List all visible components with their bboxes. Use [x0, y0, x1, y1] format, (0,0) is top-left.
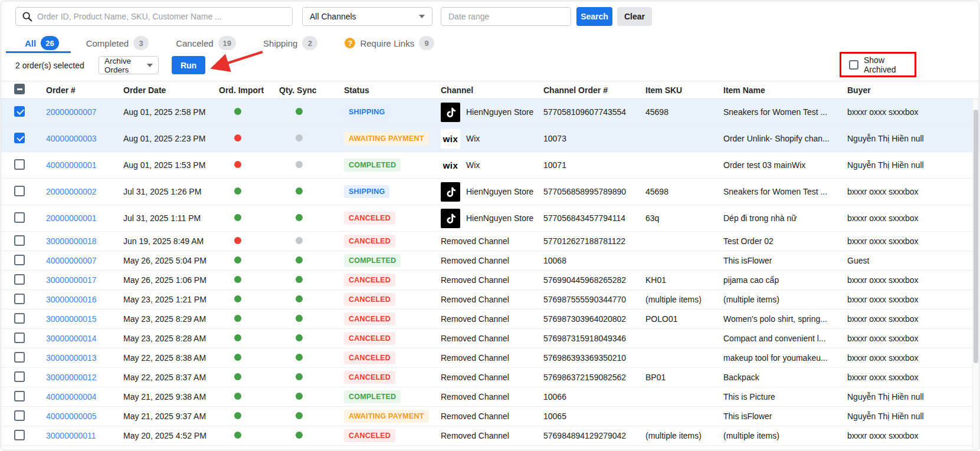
item-name: Dép đi trong nhà nữ	[723, 213, 847, 223]
row-checkbox[interactable]	[14, 371, 25, 382]
order-number-link[interactable]: 30000000017	[46, 275, 97, 285]
order-number-link[interactable]: 30000000016	[46, 295, 97, 304]
table-row[interactable]: 20000000001 Jul 31, 2025 1:11 PM CANCELE…	[1, 205, 979, 232]
order-number-link[interactable]: 30000000015	[46, 314, 97, 324]
order-number-link[interactable]: 30000000013	[46, 353, 97, 363]
order-date: Aug 01, 2025 1:53 PM	[123, 160, 219, 170]
order-date: May 26, 2025 5:04 PM	[123, 256, 219, 265]
order-number-link[interactable]: 20000000007	[46, 107, 97, 117]
qty-sync-dot	[296, 354, 303, 361]
row-checkbox[interactable]	[14, 186, 25, 196]
channel-name: Removed Channel	[441, 431, 509, 440]
order-number-link[interactable]: 40000000007	[46, 256, 97, 265]
select-all-checkbox[interactable]	[14, 84, 25, 94]
row-checkbox[interactable]	[14, 391, 25, 401]
scrollbar-thumb[interactable]	[974, 110, 978, 363]
row-checkbox[interactable]	[14, 294, 25, 304]
search-button[interactable]: Search	[576, 7, 612, 26]
row-checkbox[interactable]	[14, 333, 25, 343]
table-row[interactable]: 20000000007 Aug 01, 2025 2:58 PM SHIPPIN…	[1, 99, 979, 126]
item-sku: KH01	[645, 275, 723, 285]
row-checkbox[interactable]	[14, 352, 25, 363]
order-number-link[interactable]: 30000000011	[46, 431, 96, 440]
row-checkbox[interactable]	[14, 430, 25, 440]
table-row[interactable]: 30000000013 May 22, 2025 8:38 AM CANCELE…	[1, 348, 979, 368]
ord-import-dot	[234, 134, 241, 141]
channel-cell: Removed Channel	[441, 373, 543, 382]
search-icon	[22, 11, 32, 22]
channel-cell: Removed Channel	[441, 334, 543, 343]
table-row[interactable]: 40000000004 May 21, 2025 9:38 AM COMPLET…	[1, 387, 979, 407]
show-archived-checkbox[interactable]	[849, 60, 858, 70]
order-number-link[interactable]: 40000000004	[46, 392, 97, 401]
vertical-scrollbar[interactable]	[972, 99, 978, 449]
date-range-input[interactable]	[448, 12, 563, 21]
tab-canceled[interactable]: Canceled19	[176, 36, 236, 50]
tab-shipping[interactable]: Shipping2	[263, 36, 317, 50]
channel-name: Wix	[466, 134, 480, 143]
row-checkbox[interactable]	[14, 212, 25, 223]
order-number-link[interactable]: 40000000005	[46, 412, 97, 421]
row-checkbox[interactable]	[14, 410, 25, 421]
order-date: May 22, 2025 8:38 AM	[123, 353, 219, 363]
buyer-name: Nguyễn Thị Hiền null	[847, 134, 979, 143]
table-row[interactable]: 30000000011 May 20, 2025 4:52 PM CANCELE…	[1, 426, 979, 446]
tab-count-badge: 19	[218, 36, 236, 50]
row-checkbox[interactable]	[14, 133, 25, 143]
table-row[interactable]: 30000000015 May 23, 2025 8:29 AM CANCELE…	[1, 310, 979, 329]
table-row[interactable]: 30000000017 May 26, 2025 1:06 PM CANCELE…	[1, 271, 979, 290]
channel-name: HienNguyen Store	[466, 213, 533, 223]
channels-select[interactable]: All Channels	[302, 7, 432, 26]
row-checkbox[interactable]	[14, 255, 25, 265]
item-name: This isFlower	[723, 412, 847, 421]
col-channel: Channel	[441, 85, 543, 95]
table-row[interactable]: 20000000002 Jul 31, 2025 1:26 PM SHIPPIN…	[1, 179, 979, 205]
order-number-link[interactable]: 20000000002	[46, 187, 97, 196]
order-number-link[interactable]: 40000000001	[46, 160, 97, 170]
row-checkbox[interactable]	[14, 235, 25, 246]
tab-all[interactable]: All26	[25, 36, 59, 50]
bulk-action-value: Archive Orders	[104, 57, 147, 74]
row-checkbox[interactable]	[14, 274, 25, 285]
order-date: May 22, 2025 8:37 AM	[123, 373, 219, 382]
search-box[interactable]	[15, 7, 293, 26]
ord-import-dot	[234, 108, 241, 115]
ord-import-dot	[234, 393, 241, 400]
tiktok-icon	[441, 103, 460, 122]
table-row[interactable]: 40000000003 Aug 01, 2025 2:23 PM AWAITIN…	[1, 126, 979, 152]
table-row[interactable]: 30000000014 May 23, 2025 8:28 AM CANCELE…	[1, 329, 979, 348]
clear-button[interactable]: Clear	[617, 7, 652, 26]
bulk-action-select[interactable]: Archive Orders	[99, 56, 159, 74]
order-number-link[interactable]: 30000000014	[46, 334, 97, 343]
channel-name: Removed Channel	[441, 392, 509, 401]
table-row[interactable]: 30000000018 Jun 19, 2025 8:49 AM CANCELE…	[1, 232, 979, 251]
tab-completed[interactable]: Completed3	[86, 36, 149, 50]
status-badge: CANCELED	[344, 351, 395, 364]
col-item-sku: Item SKU	[645, 85, 723, 95]
order-date: Aug 01, 2025 2:23 PM	[123, 134, 219, 143]
order-number-link[interactable]: 40000000003	[46, 134, 97, 143]
order-number-link[interactable]: 30000000018	[46, 236, 97, 246]
row-checkbox[interactable]	[14, 159, 25, 170]
row-checkbox[interactable]	[14, 106, 25, 117]
run-button[interactable]: Run	[172, 56, 205, 74]
table-row[interactable]: 40000000001 Aug 01, 2025 1:53 PM COMPLET…	[1, 152, 979, 179]
channel-name: Removed Channel	[441, 236, 509, 246]
table-row[interactable]: 30000000016 May 23, 2025 1:21 PM CANCELE…	[1, 290, 979, 310]
date-range-box[interactable]	[441, 7, 571, 26]
item-name: Order test 03 mainWix	[723, 160, 847, 170]
order-number-link[interactable]: 30000000012	[46, 373, 97, 382]
channel-cell: Removed Channel	[441, 275, 543, 285]
ord-import-dot	[234, 187, 241, 195]
table-row[interactable]: 30000000012 May 22, 2025 8:37 AM CANCELE…	[1, 368, 979, 387]
search-input[interactable]	[37, 12, 286, 21]
table-row[interactable]: 40000000005 May 21, 2025 9:37 AM AWAITIN…	[1, 407, 979, 426]
ord-import-dot	[234, 334, 241, 341]
row-checkbox[interactable]	[14, 313, 25, 324]
table-row[interactable]: 40000000007 May 26, 2025 5:04 PM COMPLET…	[1, 251, 979, 271]
tab-require-links[interactable]: ?Require Links9	[345, 36, 434, 50]
ord-import-dot	[234, 373, 241, 380]
order-number-link[interactable]: 20000000001	[46, 213, 97, 223]
channel-order-number: 576987555590344770	[543, 295, 645, 304]
status-badge: CANCELED	[344, 235, 395, 248]
